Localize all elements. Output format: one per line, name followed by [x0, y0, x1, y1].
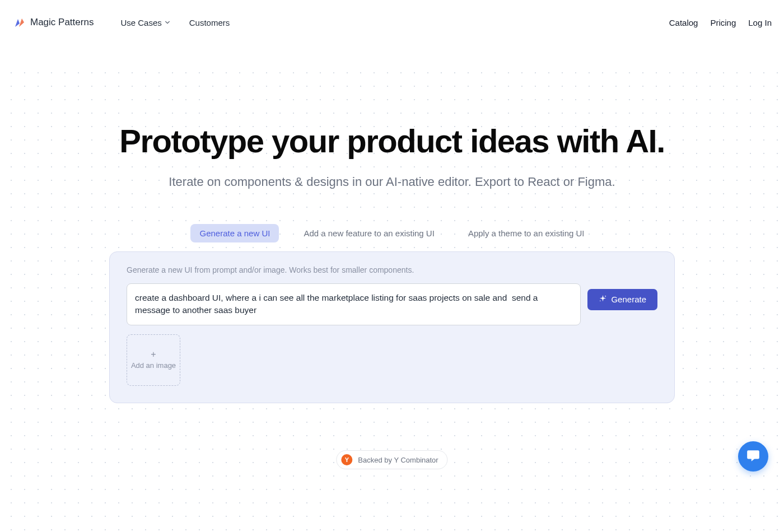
prompt-instruction: Generate a new UI from prompt and/or ima… — [127, 265, 657, 274]
main-content: Prototype your product ideas with AI. It… — [0, 45, 784, 403]
tab-generate-new-ui[interactable]: Generate a new UI — [190, 224, 279, 242]
yc-icon: Y — [341, 454, 352, 465]
plus-icon: + — [151, 350, 156, 359]
generate-button[interactable]: Generate — [587, 289, 657, 310]
chevron-down-icon — [165, 20, 170, 25]
nav-use-cases[interactable]: Use Cases — [120, 18, 170, 27]
nav-customers-label: Customers — [189, 18, 230, 27]
prompt-input[interactable] — [127, 283, 581, 325]
generate-button-label: Generate — [611, 295, 646, 304]
nav-primary: Use Cases Customers — [120, 18, 230, 27]
prompt-card: Generate a new UI from prompt and/or ima… — [109, 251, 675, 403]
yc-badge-text: Backed by Y Combinator — [358, 456, 438, 464]
add-image-label: Add an image — [131, 361, 176, 370]
tab-add-feature[interactable]: Add a new feature to an existing UI — [295, 224, 443, 242]
logo-icon — [12, 16, 26, 29]
nav-secondary: Catalog Pricing Log In — [669, 18, 772, 27]
hero-subtitle: Iterate on components & designs in our A… — [169, 175, 615, 189]
svg-point-0 — [605, 296, 606, 297]
logo[interactable]: Magic Patterns — [12, 16, 94, 29]
site-header: Magic Patterns Use Cases Customers Catal… — [0, 0, 784, 45]
hero-title: Prototype your product ideas with AI. — [119, 123, 665, 159]
logo-text: Magic Patterns — [30, 17, 94, 28]
nav-login[interactable]: Log In — [748, 18, 772, 27]
mode-tabs: Generate a new UI Add a new feature to a… — [190, 224, 593, 242]
chat-icon — [746, 448, 760, 465]
svg-point-1 — [600, 300, 601, 301]
prompt-row: Generate — [127, 283, 657, 325]
add-image-button[interactable]: + Add an image — [127, 334, 180, 386]
nav-catalog[interactable]: Catalog — [669, 18, 698, 27]
chat-fab[interactable] — [738, 441, 768, 472]
sparkle-icon — [599, 295, 607, 305]
nav-pricing[interactable]: Pricing — [710, 18, 736, 27]
yc-badge[interactable]: Y Backed by Y Combinator — [336, 450, 447, 469]
tab-apply-theme[interactable]: Apply a theme to an existing UI — [459, 224, 594, 242]
nav-customers[interactable]: Customers — [189, 18, 230, 27]
nav-use-cases-label: Use Cases — [120, 18, 161, 27]
